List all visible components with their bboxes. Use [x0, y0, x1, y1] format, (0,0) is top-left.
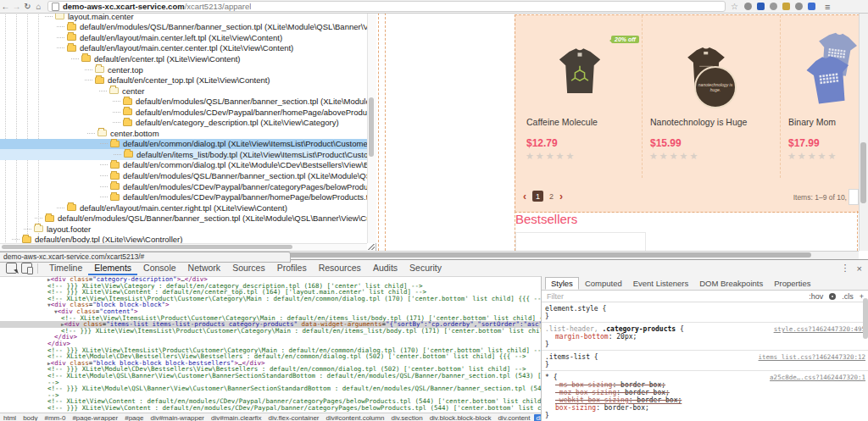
dom-comment-line[interactable]: <!-- }}} XLite\Module\QSL\Banner\View\Cu…: [0, 385, 541, 392]
dom-comment-line[interactable]: <!-- XLite\Module\QSL\Banner\View\Custom…: [0, 373, 541, 379]
devtools-more-icon[interactable]: ⋮: [841, 263, 850, 274]
stylesheet-source-link[interactable]: items_list.css?1462447320:12: [759, 353, 865, 361]
product-rating-stars[interactable]: ★★★★★: [787, 151, 837, 162]
extension-icon[interactable]: [757, 3, 765, 10]
breadcrumb-item[interactable]: #mm-0: [41, 414, 69, 421]
css-property[interactable]: margin-bottom: 20px;: [545, 333, 865, 341]
breadcrumb-item[interactable]: div.items-list.items-list-products.categ…: [534, 414, 541, 421]
css-property[interactable]: box-sizing: border-box;: [545, 404, 865, 412]
page-number[interactable]: 2: [549, 192, 554, 201]
css-property[interactable]: -moz-box-sizing: border-box;: [545, 389, 865, 396]
css-rule[interactable]: * {a25c8de….css?1462447320:1-ms-box-sizi…: [542, 371, 868, 421]
breadcrumb-item[interactable]: div#main-wrapper: [147, 414, 208, 421]
css-property[interactable]: -webkit-box-sizing: border-box;: [545, 396, 865, 404]
tree-item[interactable]: default/en/common/dialog.tpl (XLite\View…: [0, 139, 376, 150]
tree-horizontal-scrollbar-thumb[interactable]: [2, 245, 292, 249]
breadcrumb-item[interactable]: #page: [121, 414, 147, 421]
per-page-select[interactable]: [849, 189, 859, 205]
tree-item[interactable]: center.top: [0, 64, 376, 75]
tree-item[interactable]: default/en/modules/QSL/Banner/banner_sec…: [0, 96, 376, 107]
product-name[interactable]: Binary Mom: [788, 117, 836, 127]
breadcrumb-item[interactable]: #page-wrapper: [69, 414, 121, 421]
breadcrumb-item[interactable]: html: [0, 414, 19, 421]
tree-item[interactable]: default/en/category_description.tpl (XLi…: [0, 118, 376, 129]
breadcrumb-item[interactable]: div.flex-container: [265, 414, 323, 421]
extension-icon[interactable]: [795, 3, 803, 10]
tree-vertical-scrollbar-thumb[interactable]: [369, 97, 374, 157]
css-rule[interactable]: .list-header, .category-products {style.…: [542, 323, 868, 351]
tree-item[interactable]: layout.footer: [0, 224, 376, 235]
styles-tab-computed[interactable]: Computed: [580, 278, 627, 289]
product-name[interactable]: Nanotechnology is Huge: [650, 117, 747, 127]
devtools-tab-console[interactable]: Console: [137, 261, 182, 275]
tree-item[interactable]: default/en/modules/QSL/Banner/banner_sec…: [0, 213, 376, 224]
devtools-close-icon[interactable]: ×: [857, 263, 862, 274]
product-image[interactable]: [798, 49, 859, 109]
home-icon[interactable]: ⌂: [33, 1, 44, 13]
product-name[interactable]: Caffeine Molecule: [526, 117, 598, 127]
devtools-tab-sources[interactable]: Sources: [226, 261, 271, 275]
elements-tree[interactable]: ▶<div class="category-description">…</di…: [0, 276, 541, 413]
styles-filter-input[interactable]: Filter: [547, 292, 803, 301]
template-tree-panel[interactable]: layout.main.centerdefault/en/modules/QSL…: [0, 13, 376, 252]
reload-icon[interactable]: ↻: [22, 1, 33, 13]
product-card[interactable]: 20% offCaffeine Molecule$12.79★★★★★: [518, 15, 643, 178]
tree-item[interactable]: default/en/layout/main.center.center.tpl…: [0, 43, 376, 54]
devtools-tab-resources[interactable]: Resources: [313, 261, 367, 275]
extension-icon[interactable]: [808, 3, 815, 10]
breadcrumb-item[interactable]: div.section: [387, 414, 426, 421]
devtools-tab-network[interactable]: Network: [182, 261, 227, 275]
tree-item[interactable]: default/en/common/dialog.tpl (XLite\Modu…: [0, 160, 376, 171]
styles-tab-properties[interactable]: Properties: [769, 278, 815, 289]
styles-tab-dom-breakpoints[interactable]: DOM Breakpoints: [694, 278, 768, 289]
extension-icon[interactable]: [782, 3, 790, 10]
tree-item[interactable]: center.bottom: [0, 128, 376, 139]
product-image-disc[interactable]: nanotechnology is huge.: [694, 66, 737, 108]
breadcrumb-item[interactable]: div#content.column: [323, 414, 388, 421]
tree-resize-grip[interactable]: [368, 244, 375, 250]
breadcrumb-item[interactable]: div#main.clearfix: [208, 414, 265, 421]
address-bar[interactable]: demo-aws-xc.xcart-service.com/xcart5213/…: [47, 1, 726, 12]
stylesheet-source-link[interactable]: a25c8de….css?1462447320:1: [770, 374, 865, 381]
device-toolbar-icon[interactable]: [21, 263, 32, 274]
devtools-tab-timeline[interactable]: Timeline: [43, 261, 88, 275]
tree-item[interactable]: default/en/modules/CDev/Paypal/banner/ho…: [0, 191, 376, 202]
css-property[interactable]: -ms-box-sizing: border-box;: [545, 381, 865, 389]
bookmark-star-icon[interactable]: ☆: [731, 2, 738, 11]
styles-tab-styles[interactable]: Styles: [545, 277, 579, 290]
dom-comment-line[interactable]: <!-- }}} XLite\View\ItemsList\Product\Cu…: [0, 328, 541, 335]
product-rating-stars[interactable]: ★★★★★: [526, 151, 576, 162]
css-rule[interactable]: element.style {}: [542, 302, 868, 323]
stylesheet-source-link[interactable]: style.css?1462447320:495: [774, 325, 865, 333]
page-number[interactable]: 1: [532, 191, 543, 202]
breadcrumb-item[interactable]: div.block.block-block: [426, 414, 495, 421]
previous-page-icon[interactable]: ‹: [523, 191, 526, 202]
url-text[interactable]: demo-aws-xc.xcart-service.com/xcart5213/…: [63, 2, 251, 11]
extension-icon[interactable]: [744, 3, 752, 10]
inspect-element-icon[interactable]: [6, 263, 17, 274]
element-state-icon[interactable]: [829, 293, 836, 300]
tree-item[interactable]: default/en/items_list/body.tpl (XLite\Vi…: [0, 149, 376, 160]
browser-menu-icon[interactable]: ≡: [825, 2, 830, 12]
tree-item[interactable]: default/en/modules/QSL/Banner/banner_sec…: [0, 22, 376, 33]
next-page-icon[interactable]: ›: [559, 191, 563, 202]
extension-icon[interactable]: [770, 3, 777, 10]
tree-item[interactable]: default/en/layout/main.center.left.tpl (…: [0, 32, 376, 43]
hover-state-button[interactable]: :hov: [809, 292, 823, 301]
page-vertical-scrollbar-thumb[interactable]: [860, 142, 866, 203]
tree-item[interactable]: default/en/modules/QSL/Banner/banner_sec…: [0, 170, 376, 181]
forward-icon[interactable]: →: [11, 1, 22, 13]
tree-item[interactable]: default/en/center.tpl (XLite\View\Conten…: [0, 53, 376, 64]
styles-scrollbar-thumb[interactable]: [863, 298, 868, 339]
tree-item[interactable]: center: [0, 86, 376, 97]
product-card[interactable]: Binary Mom$17.99★★★★★: [780, 15, 860, 178]
product-card[interactable]: nanotechnology is huge.Nanotechnology is…: [642, 15, 781, 178]
devtools-tab-profiles[interactable]: Profiles: [271, 261, 313, 275]
tree-item[interactable]: default/en/center_top.tpl (XLite\View\Co…: [0, 75, 376, 86]
product-rating-stars[interactable]: ★★★★★: [649, 151, 699, 162]
dom-comment-line[interactable]: <!-- }}} XLite\View\Content : default/en…: [0, 405, 541, 412]
page-vertical-scrollbar[interactable]: [859, 13, 868, 251]
styles-tab-event-listeners[interactable]: Event Listeners: [628, 278, 693, 289]
product-image[interactable]: [554, 37, 606, 105]
devtools-tab-security[interactable]: Security: [403, 261, 448, 275]
